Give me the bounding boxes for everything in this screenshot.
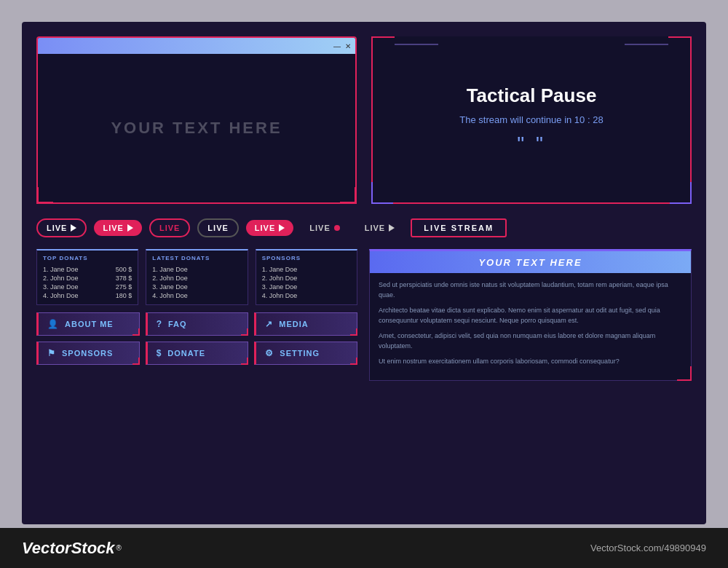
corner-br: [670, 182, 692, 204]
share-icon: ↗: [265, 319, 273, 329]
dot-icon-6: [334, 225, 340, 231]
table-row: 3. Jane Doe: [262, 283, 351, 291]
play-icon-5: [279, 224, 285, 232]
live-stream-btn[interactable]: LIVE STREAM: [411, 218, 507, 237]
tactical-quotes: " ": [517, 133, 546, 156]
top-donats-header: TOP DONATS: [43, 255, 132, 261]
table-row: 1. Jane Doe 500 $: [43, 265, 132, 274]
live-label-3: LIVE: [159, 224, 180, 232]
setting-btn[interactable]: ⚙ SETTING: [254, 342, 357, 365]
info-para-2: Architecto beatae vitae dicta sunt expli…: [379, 306, 682, 326]
live-btn-1[interactable]: LIVE: [36, 218, 87, 237]
live-label-4: LIVE: [207, 224, 228, 232]
live-btn-3[interactable]: LIVE: [149, 218, 190, 237]
dollar-icon: $: [157, 348, 162, 358]
live-label-1: LIVE: [47, 224, 67, 232]
table-row: 4. John Doe: [262, 291, 351, 300]
live-btn-2[interactable]: LIVE: [94, 220, 141, 236]
sponsors-label: SPONSORS: [62, 349, 113, 358]
nav-buttons-grid: 👤 ABOUT ME ? FAQ ↗ MEDIA ⚑ SPONSORS $: [36, 312, 357, 365]
watermark-reg: ®: [116, 544, 122, 552]
about-me-btn[interactable]: 👤 ABOUT ME: [36, 312, 140, 336]
tactical-title: Tactical Pause: [467, 84, 597, 107]
right-info-body: Sed ut perspiciatis unde omnis iste natu…: [370, 273, 691, 380]
play-icon-7: [389, 224, 395, 232]
live-stream-label: LIVE STREAM: [424, 224, 494, 232]
close-btn[interactable]: ✕: [345, 42, 351, 50]
sponsors-table: SPONSORS 1. Jane Doe 2. John Doe 3. Jane…: [256, 249, 357, 305]
minimize-btn[interactable]: —: [333, 42, 341, 50]
live-label-2: LIVE: [103, 224, 123, 232]
live-label-7: LIVE: [365, 224, 385, 232]
faq-label: FAQ: [168, 320, 187, 328]
media-btn[interactable]: ↗ MEDIA: [254, 312, 357, 336]
corner-tr: [670, 36, 692, 58]
table-row: 1. Jane Doe: [152, 265, 241, 274]
live-row: LIVE LIVE LIVE LIVE LIVE LIVE LIVE LIVE …: [36, 218, 692, 237]
live-btn-7[interactable]: LIVE: [356, 220, 403, 236]
table-row: 2. John Doe: [152, 274, 241, 283]
table-row: 3. Jane Doe: [152, 283, 241, 291]
right-panel-body: Tactical Pause The stream will continue …: [373, 38, 690, 202]
play-icon-1: [71, 224, 76, 232]
table-row: 3. Jane Doe 275 $: [43, 283, 132, 291]
watermark-logo: VectorStock: [22, 539, 115, 558]
corner-br-icon: [677, 366, 692, 381]
donate-btn[interactable]: $ DONATE: [146, 342, 249, 365]
tables-col: TOP DONATS 1. Jane Doe 500 $ 2. John Doe…: [36, 249, 357, 381]
info-para-1: Sed ut perspiciatis unde omnis iste natu…: [379, 280, 682, 300]
table-row: 4. John Doe: [152, 291, 241, 300]
top-line-left: [395, 44, 438, 45]
top-donats-table: TOP DONATS 1. Jane Doe 500 $ 2. John Doe…: [36, 249, 138, 305]
flag-icon: ⚑: [47, 348, 56, 358]
person-icon: 👤: [47, 319, 59, 329]
watermark-bar: VectorStock ® VectorStock.com/49890949: [0, 528, 728, 568]
right-info-header: YOUR TEXT HERE: [370, 251, 691, 273]
info-para-4: Ut enim nostrum exercitationem ullam cor…: [379, 357, 682, 367]
info-para-3: Amet, consectetur, adipisci velit, sed q…: [379, 331, 682, 351]
latest-donats-header: LATEST DONATS: [152, 255, 241, 261]
table-row: 4. John Doe 180 $: [43, 291, 132, 300]
table-row: 2. John Doe: [262, 274, 351, 283]
donate-label: DONATE: [167, 349, 205, 358]
about-me-label: ABOUT ME: [65, 320, 114, 328]
faq-btn[interactable]: ? FAQ: [146, 312, 249, 336]
tactical-subtitle: The stream will continue in 10 : 28: [459, 114, 603, 125]
watermark-url: VectorStock.com/49890949: [590, 543, 706, 553]
left-panel-text: YOUR TEXT HERE: [111, 119, 282, 138]
table-row: 1. Jane Doe: [262, 265, 351, 274]
tables-row-1: TOP DONATS 1. Jane Doe 500 $ 2. John Doe…: [36, 249, 357, 305]
top-line-right: [625, 44, 668, 45]
setting-label: SETTING: [280, 349, 320, 358]
corner-tl: [371, 36, 393, 58]
corner-bl: [371, 182, 393, 204]
gear-icon: ⚙: [265, 348, 274, 358]
question-icon: ?: [157, 319, 162, 329]
live-label-6: LIVE: [309, 224, 330, 232]
live-btn-5[interactable]: LIVE: [246, 220, 293, 236]
table-row: 2. John Doe 378 $: [43, 274, 132, 283]
left-panel-body: YOUR TEXT HERE: [38, 54, 355, 202]
watermark-left: VectorStock ®: [22, 539, 122, 558]
sponsors-header: SPONSORS: [262, 255, 351, 261]
live-btn-4[interactable]: LIVE: [197, 218, 238, 237]
titlebar: — ✕: [38, 38, 355, 54]
sponsors-btn[interactable]: ⚑ SPONSORS: [36, 342, 140, 365]
latest-donats-table: LATEST DONATS 1. Jane Doe 2. John Doe 3.…: [146, 249, 248, 305]
bottom-row: TOP DONATS 1. Jane Doe 500 $ 2. John Doe…: [36, 249, 692, 381]
top-row: — ✕ YOUR TEXT HERE Tactical Pause The st…: [36, 36, 692, 204]
play-icon-2: [127, 224, 133, 232]
info-header-text: YOUR TEXT HERE: [478, 257, 582, 268]
live-btn-6[interactable]: LIVE: [301, 220, 348, 236]
left-panel: — ✕ YOUR TEXT HERE: [36, 36, 357, 204]
live-label-5: LIVE: [255, 224, 275, 232]
right-panel: Tactical Pause The stream will continue …: [371, 36, 692, 204]
main-area: — ✕ YOUR TEXT HERE Tactical Pause The st…: [22, 22, 706, 524]
right-info-panel: YOUR TEXT HERE Sed ut perspiciatis unde …: [369, 249, 692, 381]
media-label: MEDIA: [279, 320, 308, 328]
